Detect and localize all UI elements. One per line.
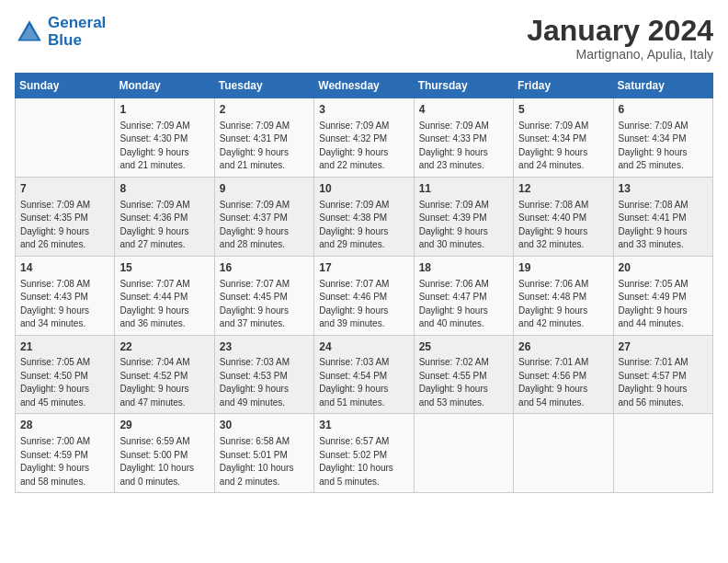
calendar-cell: 6Sunrise: 7:09 AM Sunset: 4:34 PM Daylig… (613, 98, 712, 178)
day-info: Sunrise: 7:09 AM Sunset: 4:33 PM Dayligh… (419, 120, 508, 173)
calendar-cell: 25Sunrise: 7:02 AM Sunset: 4:55 PM Dayli… (414, 335, 513, 414)
calendar-cell: 16Sunrise: 7:07 AM Sunset: 4:45 PM Dayli… (214, 256, 313, 335)
calendar-cell: 5Sunrise: 7:09 AM Sunset: 4:34 PM Daylig… (514, 98, 613, 178)
day-number: 5 (518, 102, 608, 118)
calendar-week-row: 14Sunrise: 7:08 AM Sunset: 4:43 PM Dayli… (16, 256, 713, 335)
day-number: 7 (20, 181, 109, 197)
day-number: 15 (119, 260, 209, 276)
calendar-cell: 27Sunrise: 7:01 AM Sunset: 4:57 PM Dayli… (613, 335, 712, 414)
calendar-cell: 13Sunrise: 7:08 AM Sunset: 4:41 PM Dayli… (613, 177, 712, 256)
calendar-cell: 21Sunrise: 7:05 AM Sunset: 4:50 PM Dayli… (16, 335, 115, 414)
month-title: January 2024 (527, 15, 713, 47)
calendar-cell: 1Sunrise: 7:09 AM Sunset: 4:30 PM Daylig… (115, 98, 214, 178)
calendar-cell: 8Sunrise: 7:09 AM Sunset: 4:36 PM Daylig… (115, 177, 214, 256)
calendar-cell: 31Sunrise: 6:57 AM Sunset: 5:02 PM Dayli… (314, 414, 414, 493)
calendar-cell: 14Sunrise: 7:08 AM Sunset: 4:43 PM Dayli… (16, 256, 115, 335)
day-number: 13 (619, 181, 708, 197)
calendar-cell: 11Sunrise: 7:09 AM Sunset: 4:39 PM Dayli… (414, 177, 513, 256)
calendar-week-row: 7Sunrise: 7:09 AM Sunset: 4:35 PM Daylig… (16, 177, 713, 256)
title-block: January 2024 Martignano, Apulia, Italy (527, 15, 713, 62)
day-info: Sunrise: 6:58 AM Sunset: 5:01 PM Dayligh… (220, 435, 309, 488)
weekday-header-saturday: Saturday (613, 74, 712, 98)
calendar-cell: 4Sunrise: 7:09 AM Sunset: 4:33 PM Daylig… (414, 98, 513, 178)
day-info: Sunrise: 7:09 AM Sunset: 4:39 PM Dayligh… (419, 199, 508, 252)
calendar-cell: 23Sunrise: 7:03 AM Sunset: 4:53 PM Dayli… (214, 335, 313, 414)
day-info: Sunrise: 7:05 AM Sunset: 4:50 PM Dayligh… (20, 356, 109, 409)
day-info: Sunrise: 7:09 AM Sunset: 4:30 PM Dayligh… (119, 120, 209, 173)
day-number: 23 (220, 339, 309, 355)
day-number: 2 (220, 102, 309, 118)
day-info: Sunrise: 7:09 AM Sunset: 4:34 PM Dayligh… (619, 120, 708, 173)
day-info: Sunrise: 7:00 AM Sunset: 4:59 PM Dayligh… (20, 435, 109, 488)
day-number: 9 (220, 181, 309, 197)
day-info: Sunrise: 7:06 AM Sunset: 4:47 PM Dayligh… (419, 278, 508, 331)
day-number: 18 (419, 260, 508, 276)
calendar-cell: 20Sunrise: 7:05 AM Sunset: 4:49 PM Dayli… (613, 256, 712, 335)
calendar-table: SundayMondayTuesdayWednesdayThursdayFrid… (15, 73, 713, 493)
weekday-header-thursday: Thursday (414, 74, 513, 98)
day-info: Sunrise: 7:09 AM Sunset: 4:37 PM Dayligh… (220, 199, 309, 252)
calendar-cell (16, 98, 115, 178)
calendar-cell: 7Sunrise: 7:09 AM Sunset: 4:35 PM Daylig… (16, 177, 115, 256)
day-info: Sunrise: 7:08 AM Sunset: 4:40 PM Dayligh… (518, 199, 608, 252)
day-number: 22 (119, 339, 209, 355)
calendar-cell: 19Sunrise: 7:06 AM Sunset: 4:48 PM Dayli… (514, 256, 613, 335)
calendar-cell: 24Sunrise: 7:03 AM Sunset: 4:54 PM Dayli… (314, 335, 414, 414)
day-info: Sunrise: 7:02 AM Sunset: 4:55 PM Dayligh… (419, 356, 508, 409)
weekday-header-friday: Friday (514, 74, 613, 98)
day-number: 21 (20, 339, 109, 355)
day-number: 16 (220, 260, 309, 276)
day-info: Sunrise: 6:59 AM Sunset: 5:00 PM Dayligh… (119, 435, 209, 488)
day-number: 30 (220, 418, 309, 433)
day-number: 1 (119, 102, 209, 118)
day-info: Sunrise: 6:57 AM Sunset: 5:02 PM Dayligh… (319, 435, 408, 488)
page-header: General Blue January 2024 Martignano, Ap… (15, 15, 713, 62)
calendar-week-row: 1Sunrise: 7:09 AM Sunset: 4:30 PM Daylig… (16, 98, 713, 178)
day-number: 4 (419, 102, 508, 118)
calendar-cell: 29Sunrise: 6:59 AM Sunset: 5:00 PM Dayli… (115, 414, 214, 493)
day-info: Sunrise: 7:07 AM Sunset: 4:45 PM Dayligh… (220, 278, 309, 331)
calendar-cell: 28Sunrise: 7:00 AM Sunset: 4:59 PM Dayli… (16, 414, 115, 493)
weekday-header-monday: Monday (115, 74, 214, 98)
weekday-header-sunday: Sunday (16, 74, 115, 98)
day-info: Sunrise: 7:09 AM Sunset: 4:34 PM Dayligh… (518, 120, 608, 173)
location: Martignano, Apulia, Italy (527, 47, 713, 62)
calendar-cell: 18Sunrise: 7:06 AM Sunset: 4:47 PM Dayli… (414, 256, 513, 335)
calendar-cell (514, 414, 613, 493)
calendar-cell: 15Sunrise: 7:07 AM Sunset: 4:44 PM Dayli… (115, 256, 214, 335)
day-info: Sunrise: 7:07 AM Sunset: 4:44 PM Dayligh… (119, 278, 209, 331)
day-info: Sunrise: 7:09 AM Sunset: 4:36 PM Dayligh… (119, 199, 209, 252)
day-number: 20 (619, 260, 708, 276)
day-info: Sunrise: 7:01 AM Sunset: 4:57 PM Dayligh… (619, 356, 708, 409)
day-info: Sunrise: 7:09 AM Sunset: 4:32 PM Dayligh… (319, 120, 408, 173)
day-number: 8 (119, 181, 209, 197)
weekday-header-wednesday: Wednesday (314, 74, 414, 98)
day-info: Sunrise: 7:07 AM Sunset: 4:46 PM Dayligh… (319, 278, 408, 331)
calendar-cell: 22Sunrise: 7:04 AM Sunset: 4:52 PM Dayli… (115, 335, 214, 414)
calendar-cell (414, 414, 513, 493)
calendar-cell: 9Sunrise: 7:09 AM Sunset: 4:37 PM Daylig… (214, 177, 313, 256)
day-info: Sunrise: 7:04 AM Sunset: 4:52 PM Dayligh… (119, 356, 209, 409)
day-info: Sunrise: 7:09 AM Sunset: 4:38 PM Dayligh… (319, 199, 408, 252)
day-number: 6 (619, 102, 708, 118)
day-info: Sunrise: 7:05 AM Sunset: 4:49 PM Dayligh… (619, 278, 708, 331)
calendar-cell: 10Sunrise: 7:09 AM Sunset: 4:38 PM Dayli… (314, 177, 414, 256)
day-number: 24 (319, 339, 408, 355)
day-number: 11 (419, 181, 508, 197)
day-number: 19 (518, 260, 608, 276)
weekday-header-row: SundayMondayTuesdayWednesdayThursdayFrid… (16, 74, 713, 98)
day-number: 28 (20, 418, 109, 433)
calendar-cell: 2Sunrise: 7:09 AM Sunset: 4:31 PM Daylig… (214, 98, 313, 178)
day-number: 31 (319, 418, 408, 433)
day-number: 14 (20, 260, 109, 276)
calendar-cell: 26Sunrise: 7:01 AM Sunset: 4:56 PM Dayli… (514, 335, 613, 414)
calendar-week-row: 21Sunrise: 7:05 AM Sunset: 4:50 PM Dayli… (16, 335, 713, 414)
day-number: 25 (419, 339, 508, 355)
day-info: Sunrise: 7:08 AM Sunset: 4:41 PM Dayligh… (619, 199, 708, 252)
day-number: 10 (319, 181, 408, 197)
day-info: Sunrise: 7:08 AM Sunset: 4:43 PM Dayligh… (20, 278, 109, 331)
day-number: 26 (518, 339, 608, 355)
day-number: 3 (319, 102, 408, 118)
day-number: 17 (319, 260, 408, 276)
day-info: Sunrise: 7:09 AM Sunset: 4:31 PM Dayligh… (220, 120, 309, 173)
